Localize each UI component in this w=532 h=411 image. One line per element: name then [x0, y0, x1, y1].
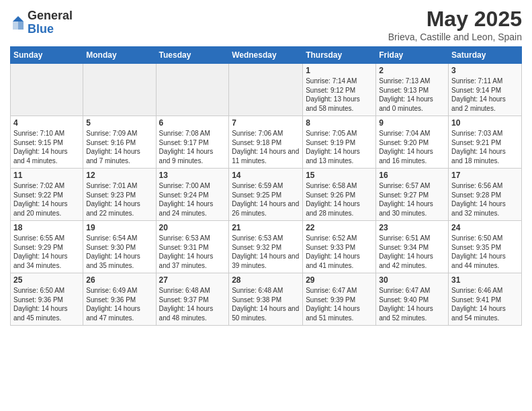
weekday-header-monday: Monday	[83, 47, 156, 64]
logo-icon	[11, 15, 25, 31]
svg-marker-1	[18, 21, 24, 30]
header: General Blue May 2025 Brieva, Castille a…	[10, 7, 522, 42]
calendar-cell: 8Sunrise: 7:05 AM Sunset: 9:19 PM Daylig…	[303, 116, 376, 169]
day-number: 17	[451, 171, 519, 180]
day-info: Sunrise: 7:02 AM Sunset: 9:22 PM Dayligh…	[13, 181, 80, 218]
calendar-cell: 6Sunrise: 7:08 AM Sunset: 9:17 PM Daylig…	[156, 116, 229, 169]
calendar-cell: 14Sunrise: 6:59 AM Sunset: 9:25 PM Dayli…	[229, 169, 303, 221]
day-number: 2	[379, 66, 445, 75]
calendar-table: SundayMondayTuesdayWednesdayThursdayFrid…	[10, 46, 522, 326]
day-info: Sunrise: 7:11 AM Sunset: 9:14 PM Dayligh…	[451, 77, 519, 113]
calendar-cell: 28Sunrise: 6:48 AM Sunset: 9:38 PM Dayli…	[229, 273, 303, 326]
calendar-cell: 25Sunrise: 6:50 AM Sunset: 9:36 PM Dayli…	[11, 273, 83, 326]
calendar-cell: 21Sunrise: 6:53 AM Sunset: 9:32 PM Dayli…	[229, 221, 303, 273]
calendar-cell: 9Sunrise: 7:04 AM Sunset: 9:20 PM Daylig…	[376, 116, 449, 169]
day-info: Sunrise: 6:50 AM Sunset: 9:35 PM Dayligh…	[451, 234, 519, 270]
day-number: 22	[306, 223, 373, 232]
day-number: 4	[13, 118, 80, 128]
day-info: Sunrise: 6:57 AM Sunset: 9:27 PM Dayligh…	[379, 181, 445, 218]
day-info: Sunrise: 6:58 AM Sunset: 9:26 PM Dayligh…	[306, 181, 373, 218]
day-info: Sunrise: 6:59 AM Sunset: 9:25 PM Dayligh…	[232, 181, 300, 218]
day-info: Sunrise: 6:48 AM Sunset: 9:37 PM Dayligh…	[159, 286, 226, 322]
day-number: 30	[379, 275, 445, 285]
day-info: Sunrise: 7:06 AM Sunset: 9:18 PM Dayligh…	[232, 129, 300, 165]
svg-marker-0	[13, 16, 24, 21]
day-info: Sunrise: 7:10 AM Sunset: 9:15 PM Dayligh…	[13, 129, 80, 165]
logo-text: General Blue	[28, 9, 73, 36]
svg-marker-2	[13, 21, 18, 30]
weekday-header-sunday: Sunday	[11, 47, 83, 64]
calendar-cell: 3Sunrise: 7:11 AM Sunset: 9:14 PM Daylig…	[449, 64, 522, 116]
day-info: Sunrise: 6:53 AM Sunset: 9:32 PM Dayligh…	[232, 234, 300, 270]
calendar-cell: 12Sunrise: 7:01 AM Sunset: 9:23 PM Dayli…	[83, 169, 156, 221]
day-number: 8	[306, 118, 373, 128]
calendar-cell: 5Sunrise: 7:09 AM Sunset: 9:16 PM Daylig…	[83, 116, 156, 169]
day-info: Sunrise: 6:52 AM Sunset: 9:33 PM Dayligh…	[306, 234, 373, 270]
calendar-cell: 10Sunrise: 7:03 AM Sunset: 9:21 PM Dayli…	[449, 116, 522, 169]
day-number: 24	[451, 223, 519, 232]
day-number: 29	[306, 275, 373, 285]
day-info: Sunrise: 7:05 AM Sunset: 9:19 PM Dayligh…	[306, 129, 373, 165]
week-row-0: 1Sunrise: 7:14 AM Sunset: 9:12 PM Daylig…	[11, 64, 522, 116]
day-info: Sunrise: 6:46 AM Sunset: 9:41 PM Dayligh…	[451, 286, 519, 322]
calendar-cell: 16Sunrise: 6:57 AM Sunset: 9:27 PM Dayli…	[376, 169, 449, 221]
day-info: Sunrise: 6:55 AM Sunset: 9:29 PM Dayligh…	[13, 234, 80, 270]
week-row-2: 11Sunrise: 7:02 AM Sunset: 9:22 PM Dayli…	[11, 169, 522, 221]
day-number: 3	[451, 66, 519, 75]
day-info: Sunrise: 7:14 AM Sunset: 9:12 PM Dayligh…	[306, 77, 373, 113]
week-row-3: 18Sunrise: 6:55 AM Sunset: 9:29 PM Dayli…	[11, 221, 522, 273]
day-number: 15	[306, 171, 373, 180]
day-number: 6	[159, 118, 226, 128]
day-info: Sunrise: 6:50 AM Sunset: 9:36 PM Dayligh…	[13, 286, 80, 322]
calendar-cell: 19Sunrise: 6:54 AM Sunset: 9:30 PM Dayli…	[83, 221, 156, 273]
page-container: General Blue May 2025 Brieva, Castille a…	[0, 0, 532, 332]
calendar-cell: 24Sunrise: 6:50 AM Sunset: 9:35 PM Dayli…	[449, 221, 522, 273]
day-number: 10	[451, 118, 519, 128]
calendar-cell: 20Sunrise: 6:53 AM Sunset: 9:31 PM Dayli…	[156, 221, 229, 273]
calendar-cell: 27Sunrise: 6:48 AM Sunset: 9:37 PM Dayli…	[156, 273, 229, 326]
calendar-cell: 4Sunrise: 7:10 AM Sunset: 9:15 PM Daylig…	[11, 116, 83, 169]
logo-general-text: General	[28, 9, 73, 23]
calendar-cell	[11, 64, 83, 116]
week-row-1: 4Sunrise: 7:10 AM Sunset: 9:15 PM Daylig…	[11, 116, 522, 169]
day-number: 27	[159, 275, 226, 285]
weekday-header-tuesday: Tuesday	[156, 47, 229, 64]
main-title: May 2025	[388, 7, 522, 32]
day-info: Sunrise: 7:04 AM Sunset: 9:20 PM Dayligh…	[379, 129, 445, 165]
weekday-header-row: SundayMondayTuesdayWednesdayThursdayFrid…	[11, 47, 522, 64]
day-info: Sunrise: 6:48 AM Sunset: 9:38 PM Dayligh…	[232, 286, 300, 322]
calendar-cell: 2Sunrise: 7:13 AM Sunset: 9:13 PM Daylig…	[376, 64, 449, 116]
day-number: 11	[13, 171, 80, 180]
calendar-cell: 31Sunrise: 6:46 AM Sunset: 9:41 PM Dayli…	[449, 273, 522, 326]
weekday-header-friday: Friday	[376, 47, 449, 64]
day-info: Sunrise: 7:03 AM Sunset: 9:21 PM Dayligh…	[451, 129, 519, 165]
day-number: 31	[451, 275, 519, 285]
day-number: 19	[86, 223, 152, 232]
day-info: Sunrise: 7:01 AM Sunset: 9:23 PM Dayligh…	[86, 181, 152, 218]
calendar-cell: 26Sunrise: 6:49 AM Sunset: 9:36 PM Dayli…	[83, 273, 156, 326]
calendar-cell: 1Sunrise: 7:14 AM Sunset: 9:12 PM Daylig…	[303, 64, 376, 116]
day-number: 23	[379, 223, 445, 232]
calendar-cell: 15Sunrise: 6:58 AM Sunset: 9:26 PM Dayli…	[303, 169, 376, 221]
weekday-header-saturday: Saturday	[449, 47, 522, 64]
day-number: 7	[232, 118, 300, 128]
day-number: 20	[159, 223, 226, 232]
logo: General Blue	[10, 9, 73, 36]
day-info: Sunrise: 7:13 AM Sunset: 9:13 PM Dayligh…	[379, 77, 445, 113]
title-block: May 2025 Brieva, Castille and Leon, Spai…	[388, 7, 522, 42]
calendar-cell: 18Sunrise: 6:55 AM Sunset: 9:29 PM Dayli…	[11, 221, 83, 273]
day-number: 1	[306, 66, 373, 75]
day-info: Sunrise: 6:49 AM Sunset: 9:36 PM Dayligh…	[86, 286, 152, 322]
calendar-cell: 30Sunrise: 6:47 AM Sunset: 9:40 PM Dayli…	[376, 273, 449, 326]
calendar-cell: 11Sunrise: 7:02 AM Sunset: 9:22 PM Dayli…	[11, 169, 83, 221]
calendar-cell: 13Sunrise: 7:00 AM Sunset: 9:24 PM Dayli…	[156, 169, 229, 221]
calendar-cell: 7Sunrise: 7:06 AM Sunset: 9:18 PM Daylig…	[229, 116, 303, 169]
subtitle: Brieva, Castille and Leon, Spain	[388, 32, 522, 42]
calendar-cell: 23Sunrise: 6:51 AM Sunset: 9:34 PM Dayli…	[376, 221, 449, 273]
logo-blue-text: Blue	[28, 23, 73, 36]
day-number: 16	[379, 171, 445, 180]
day-info: Sunrise: 6:54 AM Sunset: 9:30 PM Dayligh…	[86, 234, 152, 270]
calendar-cell	[229, 64, 303, 116]
day-number: 5	[86, 118, 152, 128]
day-info: Sunrise: 6:51 AM Sunset: 9:34 PM Dayligh…	[379, 234, 445, 270]
